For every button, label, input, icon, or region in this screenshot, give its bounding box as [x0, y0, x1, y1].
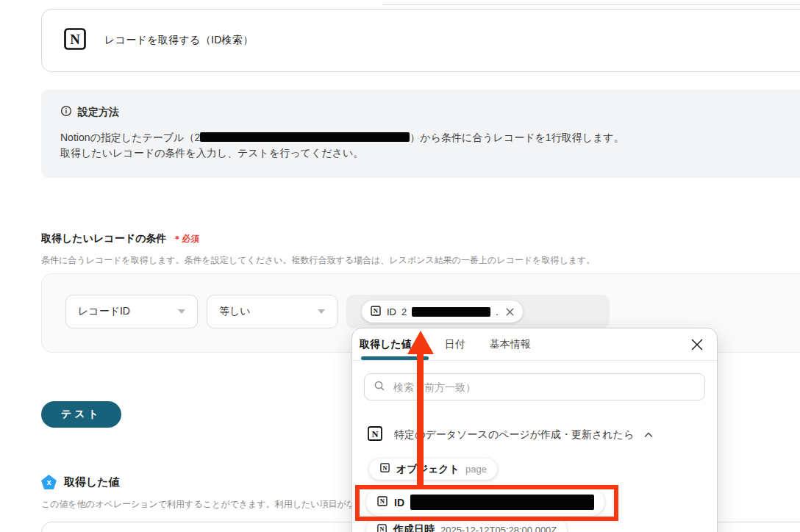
value-item-object[interactable]: N オブジェクト page	[369, 459, 497, 480]
page: N レコードを取得する（ID検索） 設定方法 Notionの指定したテーブル（2…	[0, 0, 800, 532]
chevron-up-icon	[644, 432, 653, 438]
required-badge: ＊必須	[173, 233, 199, 245]
value-item-created-at[interactable]: N 作成日時 2025-12-12T05:28:00.000Z	[366, 519, 567, 532]
step-header-card: N レコードを取得する（ID検索）	[41, 9, 800, 72]
top-divider	[382, 4, 800, 5]
step-title: レコードを取得する（ID検索）	[104, 34, 253, 47]
trigger-group-label: 特定のデータソースのページが作成・更新されたら	[394, 428, 634, 442]
operator-select[interactable]: 等しい	[207, 295, 338, 328]
value-tag-prefix: 2	[401, 306, 407, 317]
info-heading-text: 設定方法	[78, 106, 119, 119]
output-description: この値を他のオペレーションで利用することができます。利用したい項目がない場合は、	[41, 498, 400, 511]
condition-section-title: 取得したいレコードの条件	[41, 232, 166, 245]
value-tag-suffix: .	[496, 306, 499, 317]
svg-text:N: N	[383, 465, 388, 472]
info-body: Notionの指定したテーブル（2）から条件に合うレコードを1行取得します。 取…	[60, 130, 800, 161]
value-tag-label: ID	[387, 306, 396, 317]
notion-icon: N	[370, 305, 382, 319]
setup-info-box: 設定方法 Notionの指定したテーブル（2）から条件に合うレコードを1行取得し…	[41, 90, 800, 178]
svg-text:N: N	[380, 525, 385, 532]
svg-text:N: N	[380, 497, 385, 505]
notion-icon: N	[366, 425, 384, 445]
popup-tabs: 取得した値 日付 基本情報	[352, 328, 717, 361]
notion-icon: N	[376, 495, 388, 510]
redacted-table-id	[200, 132, 410, 142]
tab-retrieved-values[interactable]: 取得した値	[360, 338, 412, 351]
tab-date[interactable]: 日付	[445, 338, 465, 351]
close-icon[interactable]	[690, 338, 704, 351]
svg-text:N: N	[374, 307, 379, 314]
output-value-badge-icon: x	[41, 475, 57, 489]
search-icon	[374, 380, 385, 395]
output-section-title: 取得した値	[64, 475, 120, 489]
info-icon	[60, 105, 72, 119]
svg-text:N: N	[371, 429, 378, 439]
tab-basic-info[interactable]: 基本情報	[490, 338, 531, 351]
value-picker-popup: 取得した値 日付 基本情報 N 特定のデータソースのページが作成・更新されたら	[351, 328, 718, 532]
svg-text:N: N	[70, 32, 80, 47]
condition-value-field[interactable]: N ID 2 .	[346, 295, 610, 328]
remove-tag-icon[interactable]	[505, 307, 515, 317]
record-field-select[interactable]: レコードID	[65, 295, 198, 328]
notion-icon: N	[379, 462, 390, 476]
redacted-id-value	[410, 495, 594, 510]
test-button[interactable]: テスト	[41, 401, 121, 428]
notion-icon: N	[376, 523, 388, 532]
popup-search-box[interactable]	[364, 373, 705, 400]
value-item-id[interactable]: N ID	[366, 489, 604, 516]
chevron-down-icon	[178, 309, 185, 314]
redacted-record-id	[412, 307, 490, 317]
trigger-group-row[interactable]: N 特定のデータソースのページが作成・更新されたら	[366, 425, 653, 445]
value-tag[interactable]: N ID 2 .	[362, 301, 523, 323]
active-tab-indicator	[361, 356, 429, 360]
notion-icon: N	[62, 26, 88, 55]
search-input[interactable]	[392, 381, 696, 394]
chevron-down-icon	[318, 309, 325, 314]
condition-description: 条件に合うレコードを取得します。条件を設定してください。複数行合致する場合は、レ…	[41, 254, 595, 267]
